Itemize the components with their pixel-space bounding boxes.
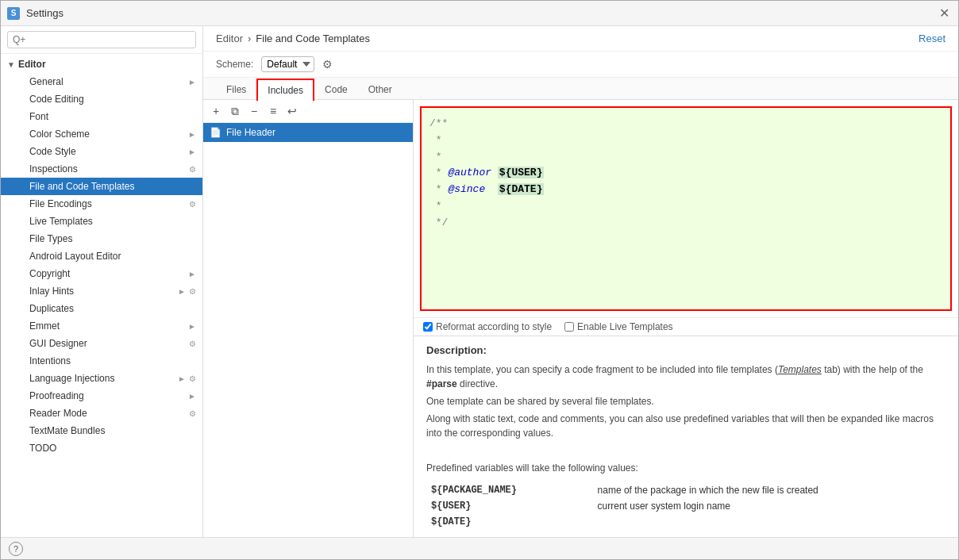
sidebar-item-proofreading[interactable]: Proofreading ►: [1, 387, 202, 405]
variable-row-user: ${USER} current user system login name: [428, 499, 944, 513]
live-templates-checkbox[interactable]: [564, 322, 574, 332]
sidebar-item-todo[interactable]: TODO: [1, 439, 202, 457]
file-icon: 📄: [210, 127, 221, 138]
chevron-right-icon: ►: [188, 270, 196, 278]
sidebar-item-code-style[interactable]: Code Style ►: [1, 143, 202, 160]
code-line-7: */: [429, 215, 942, 232]
close-button[interactable]: ✕: [939, 7, 952, 20]
window-title: Settings: [26, 7, 64, 19]
code-line-1: /**: [429, 116, 942, 132]
desc-para-4: [426, 443, 946, 458]
list-panel: + ⧉ − ≡ ↩ 📄 File Header: [203, 100, 414, 537]
live-templates-checkbox-label[interactable]: Enable Live Templates: [564, 321, 673, 332]
sidebar-item-intentions[interactable]: Intentions: [1, 352, 202, 370]
settings-icon: ⚙: [189, 165, 196, 174]
sidebar-item-color-scheme[interactable]: Color Scheme ►: [1, 125, 202, 143]
sidebar-item-gui-designer[interactable]: GUI Designer ⚙: [1, 335, 202, 352]
scheme-label: Scheme:: [216, 59, 253, 70]
sidebar-item-code-editing[interactable]: Code Editing: [1, 90, 202, 108]
var-desc-package: name of the package in which the new fil…: [566, 483, 944, 497]
editor-group-label: Editor: [18, 59, 46, 70]
gear-icon[interactable]: ⚙: [322, 58, 333, 71]
editor-group-header[interactable]: ▼ Editor: [1, 56, 202, 73]
tab-files[interactable]: Files: [216, 79, 256, 101]
sidebar-scroll: ▼ Editor General ► Code Editing Font Col: [1, 54, 202, 537]
editor-section: ▼ Editor General ► Code Editing Font Col: [1, 54, 202, 458]
description-title: Description:: [426, 344, 946, 356]
title-bar-left: S Settings: [7, 7, 64, 20]
reformat-label: Reformat according to style: [436, 321, 552, 332]
tabs-bar: Files Includes Code Other: [203, 78, 958, 100]
sidebar-item-language-injections[interactable]: Language Injections ► ⚙: [1, 370, 202, 387]
app-icon: S: [7, 7, 20, 20]
sidebar-item-general[interactable]: General ►: [1, 73, 202, 90]
sidebar-item-inspections[interactable]: Inspections ⚙: [1, 160, 202, 178]
sidebar-item-live-templates[interactable]: Live Templates: [1, 213, 202, 230]
move-button[interactable]: ≡: [265, 103, 281, 119]
code-line-4: * @author ${USER}: [429, 165, 942, 182]
list-item-label: File Header: [226, 127, 275, 138]
chevron-down-icon: ▼: [7, 60, 15, 69]
sidebar-item-reader-mode[interactable]: Reader Mode ⚙: [1, 405, 202, 422]
bottom-bar: ?: [1, 537, 958, 559]
settings-window: S Settings ✕ ▼ Editor General ►: [0, 0, 959, 560]
breadcrumb: Editor › File and Code Templates: [216, 33, 370, 44]
sidebar-item-font[interactable]: Font: [1, 108, 202, 125]
settings-icon: ⚙: [189, 409, 196, 418]
breadcrumb-current: File and Code Templates: [256, 33, 370, 44]
code-line-2: *: [429, 132, 942, 149]
chevron-right-icon: ►: [178, 287, 186, 296]
scheme-row: Scheme: Default Project ⚙: [203, 52, 958, 78]
description-panel: Description: In this template, you can s…: [414, 336, 958, 538]
settings-icon: ⚙: [189, 200, 196, 209]
var-desc-user: current user system login name: [566, 499, 944, 513]
add-button[interactable]: +: [208, 103, 224, 119]
live-templates-label: Enable Live Templates: [577, 321, 673, 332]
help-label: ?: [13, 544, 18, 554]
reset-button[interactable]: Reset: [919, 33, 946, 44]
sidebar-item-file-types[interactable]: File Types: [1, 230, 202, 247]
sidebar-item-duplicates[interactable]: Duplicates: [1, 300, 202, 317]
code-editor[interactable]: /** * * * @author ${USER} * @since ${DAT…: [420, 106, 952, 311]
split-content: + ⧉ − ≡ ↩ 📄 File Header: [203, 100, 958, 537]
panel-header: Editor › File and Code Templates Reset: [203, 26, 958, 52]
sidebar-item-copyright[interactable]: Copyright ►: [1, 265, 202, 282]
sidebar-item-emmet[interactable]: Emmet ►: [1, 317, 202, 335]
revert-button[interactable]: ↩: [284, 103, 300, 119]
code-line-6: *: [429, 198, 942, 215]
main-panel: Editor › File and Code Templates Reset S…: [203, 26, 958, 537]
tab-other[interactable]: Other: [358, 79, 402, 101]
code-line-5: * @since ${DATE}: [429, 182, 942, 198]
sidebar-item-inlay-hints[interactable]: Inlay Hints ► ⚙: [1, 282, 202, 300]
editor-panel: /** * * * @author ${USER} * @since ${DAT…: [414, 100, 958, 537]
var-name-user: ${USER}: [428, 499, 564, 513]
reformat-checkbox-label[interactable]: Reformat according to style: [423, 321, 552, 332]
variables-table: ${PACKAGE_NAME} name of the package in w…: [426, 481, 946, 531]
variable-row-package: ${PACKAGE_NAME} name of the package in w…: [428, 483, 944, 497]
help-button[interactable]: ?: [9, 542, 23, 556]
sidebar-item-file-templates[interactable]: File and Code Templates: [1, 178, 202, 195]
code-line-3: *: [429, 149, 942, 166]
scheme-select[interactable]: Default Project: [261, 56, 314, 72]
sidebar-item-textmate-bundles[interactable]: TextMate Bundles: [1, 422, 202, 439]
copy-button[interactable]: ⧉: [227, 103, 243, 119]
title-bar: S Settings ✕: [1, 1, 958, 26]
chevron-right-icon: ►: [188, 78, 196, 86]
reformat-checkbox[interactable]: [423, 322, 433, 332]
sidebar-item-file-encodings[interactable]: File Encodings ⚙: [1, 195, 202, 213]
main-content: ▼ Editor General ► Code Editing Font Col: [1, 26, 958, 537]
list-scroll: 📄 File Header: [203, 123, 413, 537]
breadcrumb-parent: Editor: [216, 33, 243, 44]
chevron-right-icon: ►: [188, 392, 196, 401]
desc-para-3: Along with static text, code and comment…: [426, 412, 946, 440]
chevron-right-icon: ►: [178, 374, 186, 383]
var-name-package: ${PACKAGE_NAME}: [428, 483, 564, 497]
list-item-file-header[interactable]: 📄 File Header: [203, 123, 413, 142]
sidebar-item-android-layout-editor[interactable]: Android Layout Editor: [1, 247, 202, 265]
search-input[interactable]: [7, 31, 196, 48]
remove-button[interactable]: −: [246, 103, 262, 119]
tab-code[interactable]: Code: [314, 79, 358, 101]
tab-includes[interactable]: Includes: [256, 79, 314, 101]
list-toolbar: + ⧉ − ≡ ↩: [203, 100, 413, 123]
search-box: [1, 26, 202, 54]
